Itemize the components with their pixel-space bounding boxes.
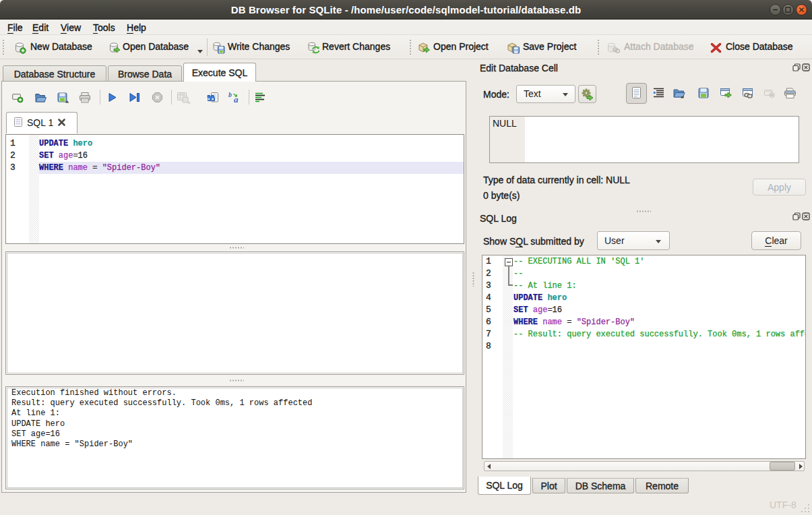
svg-text:b: b: [228, 91, 232, 98]
